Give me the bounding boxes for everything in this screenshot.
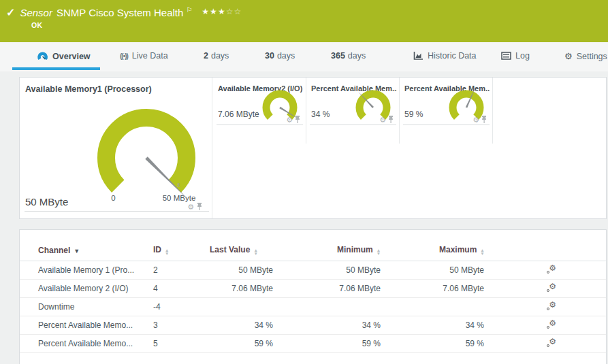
channel-minimum (274, 298, 394, 316)
tab-label: Historic Data (428, 51, 477, 61)
channels-table: Channel▼ ID▲▼ Last Value▲▼ Minimum▲▼ Max… (20, 245, 606, 353)
pin-icon[interactable] (295, 116, 300, 123)
edit-channel-icon[interactable]: ⚙ (546, 301, 556, 311)
channel-id: 5 (153, 335, 210, 353)
channel-last-value (210, 298, 274, 316)
divider (310, 125, 396, 125)
divider (25, 211, 209, 212)
column-header-actions (496, 245, 606, 261)
channel-last-value: 59 % (210, 335, 274, 353)
gauge-title: Available Memory1 (Processor) (25, 84, 152, 94)
gauge-settings-icon[interactable]: ⚙ (473, 116, 479, 123)
channel-last-value: 50 MByte (210, 261, 274, 280)
channel-name: Percent Available Memo... (20, 335, 153, 353)
gauge-value: 7.06 MByte (218, 110, 259, 119)
tab-label: Log (515, 51, 530, 61)
channel-id: 3 (153, 316, 210, 335)
status-badge: OK (31, 21, 601, 29)
tab-30-days[interactable]: 30 days (265, 51, 295, 61)
table-row: Downtime -4 ⚙ (20, 298, 606, 316)
tab-overview[interactable]: Overview (37, 51, 91, 62)
channel-name: Available Memory 2 (I/O) (20, 280, 153, 298)
sensor-status-banner: ✓ Sensor SNMP Cisco System Health ⚐ ★★★☆… (0, 0, 608, 42)
active-tab-underline (12, 67, 100, 70)
status-check-icon: ✓ (6, 6, 15, 19)
channel-maximum: 7.06 MByte (394, 280, 496, 298)
sort-icon: ▲▼ (165, 248, 169, 255)
object-kind-label: Sensor (20, 7, 52, 18)
live-icon: ((•)) (120, 52, 128, 60)
pin-icon[interactable] (388, 116, 394, 123)
gauge-value: 34 % (311, 110, 330, 119)
tab-label: days (211, 51, 229, 61)
edit-channel-icon[interactable]: ⚙ (546, 265, 556, 274)
gauge-settings-icon[interactable]: ⚙ (187, 203, 194, 210)
gauge-small-3: Percent Available Mem... 59 % ⚙ (400, 78, 493, 218)
tab-label: days (348, 51, 366, 61)
channel-name: Downtime (20, 298, 153, 316)
gauge-small-2: Percent Available Mem... 34 % ⚙ (306, 78, 400, 218)
pin-icon[interactable] (481, 116, 487, 123)
gauge-dial (257, 88, 302, 129)
sort-icon: ▲▼ (377, 248, 381, 255)
stars-empty[interactable]: ☆☆ (226, 7, 242, 16)
column-header-maximum[interactable]: Maximum▲▼ (394, 245, 496, 261)
tab-number: 30 (265, 51, 274, 61)
edit-channel-icon[interactable]: ⚙ (546, 338, 556, 348)
channel-maximum (394, 298, 496, 316)
column-header-last-value[interactable]: Last Value▲▼ (210, 245, 274, 261)
divider (492, 78, 493, 144)
channel-minimum: 34 % (274, 316, 394, 335)
tab-number: 365 (331, 51, 345, 61)
gauge-settings-icon[interactable]: ⚙ (286, 116, 293, 123)
tab-bar: Overview ((•)) Live Data 2 days 30 days … (0, 42, 608, 71)
channels-panel: Channel▼ ID▲▼ Last Value▲▼ Minimum▲▼ Max… (19, 229, 607, 364)
channel-minimum: 50 MByte (274, 261, 394, 280)
table-header-row: Channel▼ ID▲▼ Last Value▲▼ Minimum▲▼ Max… (20, 245, 606, 261)
gauge-dial (351, 88, 396, 129)
table-row: Available Memory 2 (I/O) 4 7.06 MByte 7.… (20, 280, 606, 298)
tab-historic-data[interactable]: Historic Data (413, 51, 477, 61)
tab-2-days[interactable]: 2 days (204, 51, 229, 61)
tab-label: Live Data (132, 51, 168, 61)
page-title: SNMP Cisco System Health (57, 7, 183, 18)
channel-id: 2 (153, 261, 210, 280)
flag-icon[interactable]: ⚐ (186, 6, 192, 14)
tab-log[interactable]: Log (501, 51, 530, 61)
sort-desc-icon: ▼ (74, 248, 80, 254)
tab-live-data[interactable]: ((•)) Live Data (120, 51, 168, 61)
channel-name: Available Memory 1 (Pro... (20, 261, 153, 280)
priority-stars[interactable]: ★★★☆☆ (202, 7, 242, 16)
tab-settings[interactable]: ⚙ Settings (564, 51, 607, 61)
gauge-scale-max: 50 MByte (158, 194, 200, 202)
tab-label: Overview (52, 52, 91, 61)
gear-icon: ⚙ (564, 51, 573, 61)
average-marker: x̄ (177, 182, 180, 188)
gauge-primary: Available Memory1 (Processor) x̄ 0 50 MB… (20, 78, 212, 218)
table-row: Percent Available Memo... 5 59 % 59 % 59… (20, 335, 606, 353)
stars-filled[interactable]: ★★★ (202, 7, 225, 16)
column-header-id[interactable]: ID▲▼ (153, 245, 210, 261)
tab-365-days[interactable]: 365 days (331, 51, 366, 61)
column-header-minimum[interactable]: Minimum▲▼ (274, 245, 394, 261)
divider (403, 125, 490, 125)
channel-last-value: 34 % (210, 316, 274, 335)
gauge-dial (444, 88, 489, 129)
channel-id: -4 (153, 298, 210, 316)
edit-channel-icon[interactable]: ⚙ (546, 283, 556, 293)
tab-number: 2 (204, 51, 208, 61)
gauge-settings-icon[interactable]: ⚙ (379, 116, 386, 123)
channel-last-value: 7.06 MByte (210, 280, 274, 298)
table-row: Percent Available Memo... 3 34 % 34 % 34… (20, 316, 606, 335)
edit-channel-icon[interactable]: ⚙ (546, 320, 556, 329)
historic-chart-icon (413, 51, 423, 61)
tab-label: days (277, 51, 295, 61)
log-icon (501, 52, 511, 60)
gauge-icon (37, 51, 48, 62)
channel-maximum: 34 % (394, 316, 496, 335)
channel-id: 4 (153, 280, 210, 298)
pin-icon[interactable] (197, 203, 202, 210)
gauges-panel: Available Memory1 (Processor) x̄ 0 50 MB… (19, 77, 607, 219)
sort-icon: ▲▼ (480, 248, 484, 255)
column-header-channel[interactable]: Channel▼ (20, 245, 153, 261)
